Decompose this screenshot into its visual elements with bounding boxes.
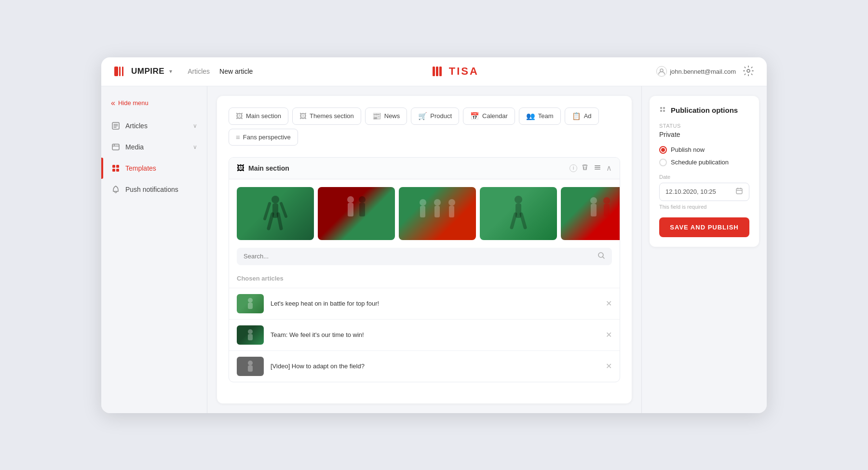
article-thumb-1 [237, 294, 264, 313]
section-panel-actions: ∧ [581, 163, 612, 173]
schedule-radio[interactable] [659, 159, 667, 166]
hide-menu-button[interactable]: « Hide menu [101, 96, 207, 115]
article-remove-2[interactable]: ✕ [606, 331, 612, 339]
articles-icon [111, 121, 121, 131]
collapse-icon[interactable]: ∧ [606, 163, 612, 173]
article-title-3: [Video] How to adapt on the field? [271, 363, 599, 370]
main-section-icon: 🖼 [236, 112, 243, 120]
search-bar [237, 248, 612, 265]
svg-rect-39 [248, 334, 253, 340]
tab-main-section-label: Main section [246, 112, 281, 120]
push-label: Push notifications [125, 186, 197, 193]
svg-rect-13 [116, 169, 119, 172]
svg-point-29 [515, 196, 522, 203]
hide-menu-label: Hide menu [118, 99, 149, 107]
media-chevron: ∨ [193, 144, 197, 150]
svg-rect-26 [434, 206, 440, 217]
tab-ad-label: Ad [584, 112, 592, 120]
pub-options-icon [659, 106, 667, 115]
schedule-label: Schedule publication [671, 159, 729, 166]
date-field[interactable]: 12.10.2020, 10:25 [659, 183, 749, 201]
svg-rect-14 [595, 165, 600, 166]
tab-product-label: Product [430, 112, 452, 120]
svg-point-40 [248, 361, 253, 365]
search-icon [597, 252, 605, 261]
article-title-1: Let's keep heat on in battle for top fou… [271, 300, 599, 307]
info-icon[interactable]: i [570, 164, 577, 172]
image-thumb-2 [318, 187, 395, 240]
tisa-brand-text: TISA [449, 65, 479, 78]
radio-group: Publish now Schedule publication [659, 146, 749, 166]
fans-icon: ≡ [236, 133, 240, 141]
tab-fans-perspective[interactable]: ≡ Fans perspective [229, 129, 298, 146]
svg-point-31 [590, 197, 597, 204]
publish-now-radio[interactable] [659, 146, 667, 154]
sidebar-item-templates[interactable]: Templates [101, 158, 207, 179]
svg-rect-20 [348, 203, 353, 216]
calendar-picker-icon[interactable] [735, 187, 743, 197]
panel-header-icon: 🖼 [237, 164, 244, 173]
svg-point-23 [420, 199, 426, 206]
delete-icon[interactable] [581, 163, 589, 173]
publish-now-option[interactable]: Publish now [659, 146, 749, 154]
svg-rect-4 [436, 67, 438, 76]
article-item-2: Team: We feel it's our time to win! ✕ [229, 319, 620, 350]
tab-team[interactable]: 👥 Team [519, 107, 561, 125]
article-remove-1[interactable]: ✕ [606, 300, 612, 308]
nav-new-article[interactable]: New article [219, 67, 253, 75]
svg-rect-9 [112, 144, 119, 150]
section-panel-header: 🖼 Main section i [229, 158, 620, 179]
topbar-nav: Articles New article [188, 67, 253, 75]
tab-themes-section[interactable]: 🖼 Themes section [292, 107, 361, 125]
image-thumb-4 [480, 187, 557, 240]
tab-calendar[interactable]: 📅 Calendar [463, 107, 515, 125]
templates-label: Templates [125, 164, 197, 172]
articles-chevron: ∨ [193, 122, 197, 129]
app-chevron-icon[interactable]: ▾ [169, 68, 172, 75]
required-note: This field is required [659, 204, 749, 210]
publish-now-label: Publish now [671, 146, 705, 153]
team-icon: 👥 [526, 112, 535, 121]
svg-point-17 [271, 196, 279, 203]
pub-options-header: Publication options [659, 106, 749, 115]
svg-rect-3 [433, 67, 435, 76]
svg-rect-34 [604, 204, 610, 216]
search-input[interactable] [244, 253, 594, 260]
product-icon: 🛒 [418, 112, 427, 121]
svg-rect-16 [595, 169, 600, 170]
tab-ad[interactable]: 📋 Ad [565, 107, 599, 125]
tab-fans-label: Fans perspective [243, 134, 291, 141]
svg-rect-43 [660, 110, 662, 112]
svg-point-36 [248, 298, 253, 303]
article-thumb-2 [237, 325, 264, 345]
sidebar-item-articles[interactable]: Articles ∨ [101, 115, 207, 136]
article-remove-3[interactable]: ✕ [606, 363, 612, 370]
sidebar-item-media[interactable]: Media ∨ [101, 136, 207, 158]
sidebar-item-push[interactable]: Push notifications [101, 179, 207, 200]
right-panel: Publication options STATUS Private Publi… [641, 86, 767, 413]
push-icon [111, 185, 121, 194]
content-card: 🖼 Main section 🖼 Themes section 📰 News 🛒… [217, 96, 632, 403]
tab-news[interactable]: 📰 News [365, 107, 407, 125]
topbar: UMPIRE ▾ Articles New article TISA [101, 57, 767, 86]
image-thumb-3 [399, 187, 476, 240]
svg-rect-37 [248, 303, 253, 309]
schedule-option[interactable]: Schedule publication [659, 159, 749, 166]
settings-icon[interactable] [743, 65, 755, 78]
tab-main-section[interactable]: 🖼 Main section [229, 107, 288, 125]
chosen-articles-label: Chosen articles [229, 273, 620, 288]
media-label: Media [125, 143, 188, 151]
tisa-logo: TISA [431, 64, 479, 79]
article-item-3: [Video] How to adapt on the field? ✕ [229, 350, 620, 382]
svg-rect-15 [595, 167, 600, 168]
svg-point-21 [359, 196, 366, 203]
grid-view-icon[interactable] [594, 163, 601, 173]
date-field-label: Date [659, 174, 749, 180]
image-grid [229, 179, 620, 248]
themes-section-icon: 🖼 [299, 112, 307, 120]
tab-themes-label: Themes section [310, 112, 354, 120]
save-publish-button[interactable]: SAVE AND PUBLISH [659, 217, 749, 237]
media-icon [111, 142, 121, 152]
nav-articles[interactable]: Articles [188, 67, 210, 75]
tab-product[interactable]: 🛒 Product [411, 107, 459, 125]
